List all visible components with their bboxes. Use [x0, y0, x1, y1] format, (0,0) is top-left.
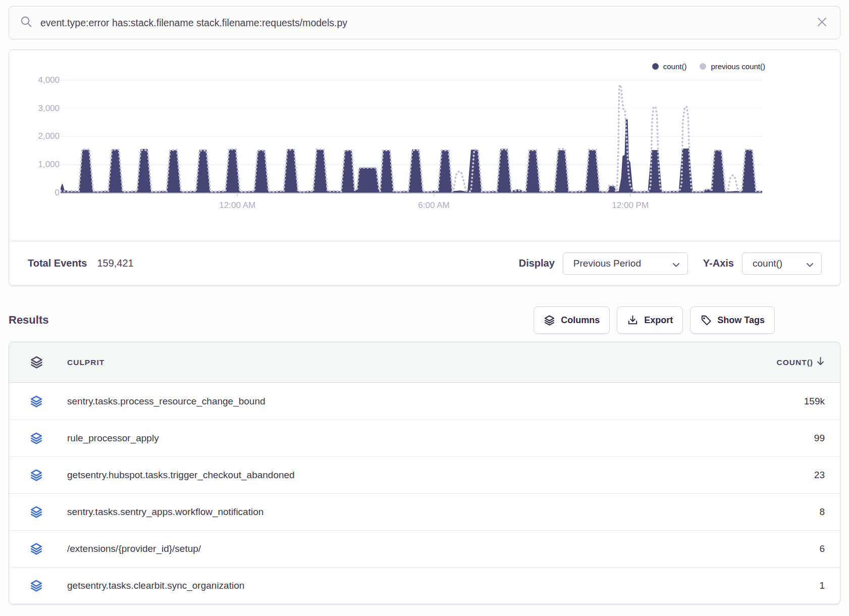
search-input[interactable]: event.type:error has:stack.filename stac…	[40, 17, 816, 29]
count-cell: 1	[819, 580, 825, 591]
legend-item-count[interactable]: count()	[652, 62, 687, 71]
count-cell: 23	[814, 470, 825, 481]
display-dropdown-value: Previous Period	[573, 258, 641, 269]
table-body: sentry.tasks.process_resource_change_bou…	[9, 383, 840, 604]
layers-icon[interactable]	[9, 355, 59, 369]
y-axis-labels: 01,0002,0003,0004,000	[9, 50, 60, 241]
x-tick-label: 12:00 PM	[612, 200, 649, 211]
table-row: getsentry.hubspot.tasks.trigger_checkout…	[9, 456, 840, 493]
results-table: CULPRIT COUNT() sentry.tasks.process_res…	[9, 342, 840, 604]
y-tick-label: 1,000	[9, 159, 60, 170]
display-label: Display	[519, 258, 555, 269]
results-header: Results ColumnsExportShow Tags	[9, 305, 840, 335]
y-tick-label: 2,000	[9, 131, 60, 142]
x-axis-labels: 12:00 AM6:00 AM12:00 PM	[61, 200, 762, 213]
sort-desc-icon	[816, 356, 825, 368]
columns-button[interactable]: Columns	[534, 306, 610, 334]
y-axis-dropdown-value: count()	[753, 258, 782, 269]
results-actions: ColumnsExportShow Tags	[534, 306, 775, 334]
clear-search-icon[interactable]	[816, 16, 828, 30]
events-chart-card: count()previous count() 01,0002,0003,000…	[9, 49, 840, 286]
show-tags-button[interactable]: Show Tags	[690, 306, 775, 334]
button-label: Export	[644, 315, 673, 326]
y-axis-dropdown[interactable]: count()	[742, 252, 822, 275]
chevron-down-icon	[673, 259, 679, 270]
column-header-culprit: CULPRIT	[59, 358, 694, 367]
discover-page: event.type:error has:stack.filename stac…	[0, 0, 849, 616]
chart-footer: Total Events 159,421 Display Previous Pe…	[9, 241, 840, 285]
legend-label: count()	[663, 62, 687, 71]
layers-icon[interactable]	[9, 505, 59, 519]
count-cell: 159k	[804, 396, 825, 407]
layers-icon[interactable]	[9, 542, 59, 555]
button-label: Columns	[561, 315, 600, 326]
layers-icon[interactable]	[9, 432, 59, 445]
culprit-cell: rule_processor_apply	[59, 433, 694, 444]
layers-icon[interactable]	[9, 395, 59, 408]
table-row: getsentry.tasks.clearbit.sync_organizati…	[9, 567, 840, 604]
table-row: sentry.tasks.sentry_apps.workflow_notifi…	[9, 493, 840, 530]
culprit-cell: sentry.tasks.process_resource_change_bou…	[59, 396, 694, 407]
culprit-cell: sentry.tasks.sentry_apps.workflow_notifi…	[59, 506, 694, 518]
x-tick-label: 6:00 AM	[418, 200, 449, 211]
export-button[interactable]: Export	[617, 306, 683, 334]
layers-icon[interactable]	[9, 469, 59, 482]
table-row: sentry.tasks.process_resource_change_bou…	[9, 383, 840, 420]
y-tick-label: 3,000	[9, 103, 60, 114]
layers-icon[interactable]	[9, 579, 59, 592]
search-icon	[20, 16, 32, 30]
chevron-down-icon	[807, 259, 813, 270]
count-cell: 8	[819, 506, 825, 518]
tag-icon	[700, 315, 712, 326]
layers-icon	[544, 315, 555, 326]
chart-legend: count()previous count()	[652, 62, 765, 71]
culprit-cell: getsentry.tasks.clearbit.sync_organizati…	[59, 580, 694, 591]
chart-area: count()previous count() 01,0002,0003,000…	[9, 50, 840, 241]
legend-dot-icon	[700, 63, 706, 70]
results-heading: Results	[9, 314, 48, 327]
events-chart-plot[interactable]	[61, 74, 762, 197]
y-tick-label: 0	[9, 187, 60, 198]
table-row: rule_processor_apply99	[9, 420, 840, 456]
y-axis-label: Y-Axis	[703, 258, 734, 269]
button-label: Show Tags	[717, 315, 765, 326]
total-events-label: Total Events	[28, 258, 87, 269]
column-header-count[interactable]: COUNT()	[777, 356, 825, 368]
y-tick-label: 4,000	[9, 75, 60, 86]
table-row: /extensions/{provider_id}/setup/6	[9, 530, 840, 567]
count-cell: 6	[819, 543, 825, 554]
culprit-cell: getsentry.hubspot.tasks.trigger_checkout…	[59, 470, 694, 481]
display-dropdown[interactable]: Previous Period	[563, 252, 688, 275]
legend-item-previous-count[interactable]: previous count()	[700, 62, 765, 71]
count-cell: 99	[814, 433, 825, 444]
culprit-cell: /extensions/{provider_id}/setup/	[59, 543, 694, 554]
x-tick-label: 12:00 AM	[219, 200, 255, 211]
total-events-value: 159,421	[97, 258, 133, 269]
search-bar[interactable]: event.type:error has:stack.filename stac…	[9, 6, 840, 39]
download-icon	[627, 315, 639, 326]
table-header-row: CULPRIT COUNT()	[9, 342, 840, 383]
legend-label: previous count()	[711, 62, 765, 71]
legend-dot-icon	[652, 63, 659, 70]
